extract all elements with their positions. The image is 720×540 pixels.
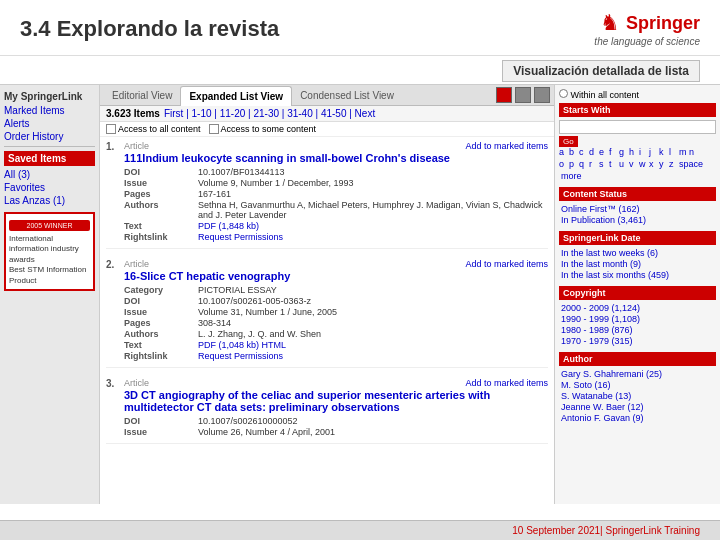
- article-title-3[interactable]: 3D CT angiography of the celiac and supe…: [124, 389, 548, 413]
- tab-icons: [496, 87, 550, 103]
- header: 3.4 Explorando la revista ♞ Springer the…: [0, 0, 720, 56]
- access-some-label: Access to some content: [221, 124, 317, 134]
- doi-label-3: DOI: [124, 416, 194, 426]
- alpha-p[interactable]: p: [569, 159, 578, 169]
- authors-label-1: Authors: [124, 200, 194, 220]
- alpha-e[interactable]: e: [599, 147, 608, 157]
- alpha-u[interactable]: u: [619, 159, 628, 169]
- author-item-5[interactable]: Antonio F. Gavan (9): [559, 413, 716, 423]
- alpha-space[interactable]: space: [679, 159, 703, 169]
- alpha-q[interactable]: q: [579, 159, 588, 169]
- springer-logo-top: ♞ Springer: [600, 10, 700, 36]
- text-value-2[interactable]: PDF (1,048 kb) HTML: [198, 340, 548, 350]
- copyright-item-2[interactable]: 1990 - 1999 (1,108): [559, 314, 716, 324]
- alpha-z[interactable]: z: [669, 159, 678, 169]
- article-item: 1. Article Add to marked items 111Indium…: [106, 141, 548, 249]
- alpha-c[interactable]: c: [579, 147, 588, 157]
- tab-editorial[interactable]: Editorial View: [104, 86, 180, 105]
- issue-label-2: Issue: [124, 307, 194, 317]
- award-org: International information industry award…: [9, 234, 90, 265]
- author-item-3[interactable]: S. Watanabe (13): [559, 391, 716, 401]
- alpha-l[interactable]: l: [669, 147, 678, 157]
- right-sidebar: Within all content Starts With Go a b c …: [555, 85, 720, 504]
- within-radio[interactable]: [559, 89, 568, 98]
- add-to-marked-2[interactable]: Add to marked items: [465, 259, 548, 269]
- alpha-n[interactable]: n: [689, 147, 698, 157]
- content-status-item-1[interactable]: Online First™ (162): [559, 204, 716, 214]
- add-to-marked-1[interactable]: Add to marked items: [465, 141, 548, 151]
- page-title: 3.4 Explorando la revista: [20, 16, 279, 42]
- alpha-d[interactable]: d: [589, 147, 598, 157]
- alpha-k[interactable]: k: [659, 147, 668, 157]
- alpha-f[interactable]: f: [609, 147, 618, 157]
- sidebar-alerts[interactable]: Alerts: [4, 118, 95, 129]
- list-view-icon-2[interactable]: [515, 87, 531, 103]
- alpha-t[interactable]: t: [609, 159, 618, 169]
- tab-expanded[interactable]: Expanded List View: [180, 86, 292, 106]
- article-meta-1: DOI 10.1007/BF01344113 Issue Volume 9, N…: [124, 167, 548, 242]
- issue-label-1: Issue: [124, 178, 194, 188]
- alpha-j[interactable]: j: [649, 147, 658, 157]
- access-all-checkbox[interactable]: [106, 124, 116, 134]
- alpha-y[interactable]: y: [659, 159, 668, 169]
- award-block: 2005 WINNER International information in…: [4, 212, 95, 291]
- alpha-b[interactable]: b: [569, 147, 578, 157]
- list-view-icon-3[interactable]: [534, 87, 550, 103]
- text-value-1[interactable]: PDF (1,848 kb): [198, 221, 548, 231]
- copyright-item-3[interactable]: 1980 - 1989 (876): [559, 325, 716, 335]
- article-title-2[interactable]: 16-Slice CT hepatic venography: [124, 270, 548, 282]
- article-number-3: 3.: [106, 378, 124, 437]
- alpha-o[interactable]: o: [559, 159, 568, 169]
- add-to-marked-3[interactable]: Add to marked items: [465, 378, 548, 388]
- text-label-1: Text: [124, 221, 194, 231]
- doi-label-2: DOI: [124, 296, 194, 306]
- starts-with-section: Starts With Go a b c d e f g h i j k l m…: [559, 103, 716, 181]
- access-some-checkbox[interactable]: [209, 124, 219, 134]
- doi-value-2: 10.1007/s00261-005-0363-z: [198, 296, 548, 306]
- sidebar-order-history[interactable]: Order History: [4, 131, 95, 142]
- copyright-item-1[interactable]: 2000 - 2009 (1,124): [559, 303, 716, 313]
- date-item-1[interactable]: In the last two weeks (6): [559, 248, 716, 258]
- alpha-i[interactable]: i: [639, 147, 648, 157]
- alpha-a[interactable]: a: [559, 147, 568, 157]
- article-meta-2: Category PICTORIAL ESSAY DOI 10.1007/s00…: [124, 285, 548, 361]
- within-label: Within all content: [559, 89, 716, 100]
- sidebar-marked-items[interactable]: Marked Items: [4, 105, 95, 116]
- author-item-1[interactable]: Gary S. Ghahremani (25): [559, 369, 716, 379]
- center-content: Editorial View Expanded List View Conden…: [100, 85, 555, 504]
- content-status-section: Content Status Online First™ (162) In Pu…: [559, 187, 716, 225]
- article-number-1: 1.: [106, 141, 124, 242]
- rightslink-value-2[interactable]: Request Permissions: [198, 351, 548, 361]
- authors-value-1: Sethna H, Gavanmurthu A, Michael Peters,…: [198, 200, 548, 220]
- list-view-icon-1[interactable]: [496, 87, 512, 103]
- alpha-x[interactable]: x: [649, 159, 658, 169]
- sidebar-favorites[interactable]: Favorites: [4, 182, 95, 193]
- alpha-h[interactable]: h: [629, 147, 638, 157]
- alpha-m[interactable]: m: [679, 147, 688, 157]
- author-item-2[interactable]: M. Soto (16): [559, 380, 716, 390]
- starts-with-input[interactable]: [559, 120, 716, 134]
- results-pages[interactable]: First | 1-10 | 11-20 | 21-30 | 31-40 | 4…: [164, 108, 375, 119]
- content-status-item-2[interactable]: In Publication (3,461): [559, 215, 716, 225]
- go-button[interactable]: Go: [559, 136, 578, 147]
- article-number-2: 2.: [106, 259, 124, 361]
- date-item-3[interactable]: In the last six months (459): [559, 270, 716, 280]
- article-title-1[interactable]: 111Indium leukocyte scanning in small-bo…: [124, 152, 548, 164]
- sidebar-all-link[interactable]: All (3): [4, 169, 95, 180]
- author-item-4[interactable]: Jeanne W. Baer (12): [559, 402, 716, 412]
- sidebar-las-anzas[interactable]: Las Anzas (1): [4, 195, 95, 206]
- springerlink-date-section: SpringerLink Date In the last two weeks …: [559, 231, 716, 280]
- alpha-r[interactable]: r: [589, 159, 598, 169]
- springer-horse-icon: ♞: [600, 10, 620, 36]
- copyright-item-4[interactable]: 1970 - 1979 (315): [559, 336, 716, 346]
- rightslink-value-1[interactable]: Request Permissions: [198, 232, 548, 242]
- date-item-2[interactable]: In the last month (9): [559, 259, 716, 269]
- alpha-w[interactable]: w: [639, 159, 648, 169]
- author-title: Author: [559, 352, 716, 366]
- more-link[interactable]: more: [559, 171, 716, 181]
- alpha-v[interactable]: v: [629, 159, 638, 169]
- tab-condensed[interactable]: Condensed List View: [292, 86, 402, 105]
- alpha-s[interactable]: s: [599, 159, 608, 169]
- alpha-g[interactable]: g: [619, 147, 628, 157]
- results-bar: 3.623 Items First | 1-10 | 11-20 | 21-30…: [100, 106, 554, 122]
